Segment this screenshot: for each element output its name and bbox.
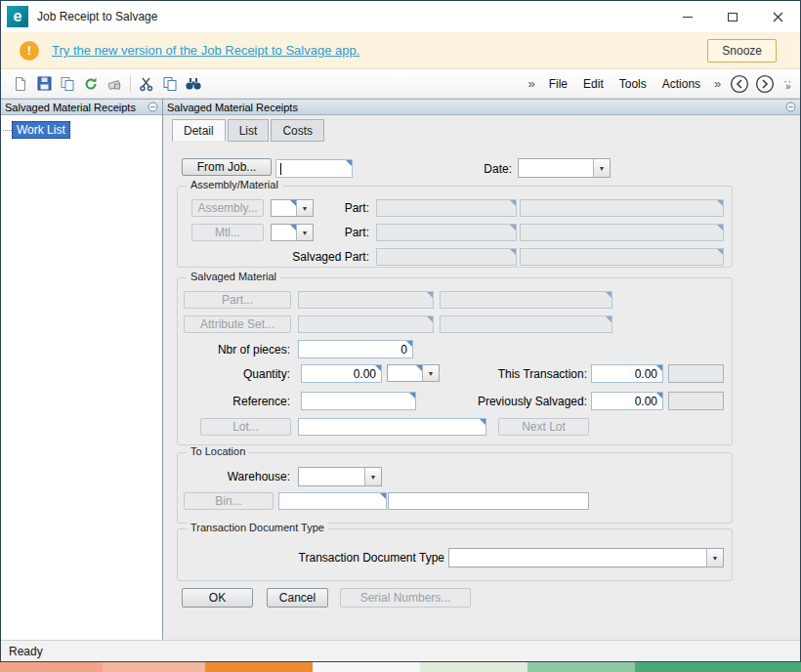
- assembly-button: Assembly...: [191, 199, 264, 217]
- forward-button[interactable]: [754, 73, 776, 95]
- transaction-document-type-label: Transaction Document Type: [280, 548, 444, 567]
- reference-field[interactable]: [301, 392, 416, 410]
- save-icon: [37, 76, 52, 91]
- mtl-button: Mtl...: [191, 224, 264, 241]
- toolbar-separator: [130, 75, 131, 93]
- back-button[interactable]: [729, 73, 750, 95]
- maximize-button[interactable]: [710, 1, 755, 32]
- this-transaction-field[interactable]: 0.00: [591, 364, 663, 383]
- window-body: Salvaged Material Receipts Work List Sal…: [1, 99, 800, 640]
- assembly-material-group-label: Assembly/Material: [187, 179, 282, 190]
- part-button: Part...: [184, 291, 291, 309]
- panel-pin-icon[interactable]: [785, 102, 796, 112]
- quantity-uom-combo[interactable]: ▼: [387, 364, 440, 382]
- main-panel-header: Salvaged Material Receipts: [163, 99, 800, 115]
- reference-label: Reference:: [188, 392, 290, 411]
- detail-sheet: Detail List Costs From Job... Date: ▼: [163, 115, 800, 640]
- forward-arrow-icon: [755, 74, 775, 94]
- toolbar-overflow-left[interactable]: »: [522, 76, 540, 91]
- screen: e Job Receipt to Salvage ! Try the new v…: [0, 0, 801, 672]
- desktop-strip-segment: [635, 662, 801, 672]
- tree-view: Work List: [1, 115, 162, 640]
- main-panel: Salvaged Material Receipts Detail List C…: [163, 99, 800, 640]
- previously-salvaged-field[interactable]: 0.00: [591, 392, 663, 410]
- tree-item-work-list[interactable]: Work List: [1, 121, 162, 139]
- to-location-group-label: To Location: [187, 445, 249, 457]
- dropdown-arrow-icon: ▼: [364, 468, 381, 485]
- nbr-of-pieces-field[interactable]: 0: [298, 340, 413, 358]
- close-button[interactable]: [755, 1, 800, 32]
- refresh-button[interactable]: [79, 72, 103, 96]
- desktop-strip-segment: [420, 662, 527, 672]
- from-job-button[interactable]: From Job...: [182, 158, 272, 176]
- dropdown-arrow-icon: ▼: [706, 549, 723, 567]
- titlebar: e Job Receipt to Salvage: [1, 1, 800, 32]
- status-text: Ready: [9, 645, 43, 658]
- toolbar-overflow-right[interactable]: ·· »: [778, 79, 792, 89]
- desktop-strip-segment: [103, 662, 205, 672]
- part-desc-field: [440, 291, 612, 309]
- date-value: [519, 159, 593, 177]
- duplicate-button[interactable]: [56, 72, 79, 96]
- panel-pin-icon[interactable]: [148, 102, 158, 112]
- salvaged-part-label: Salvaged Part:: [271, 247, 369, 267]
- mtl-seq-combo[interactable]: ▼: [271, 224, 314, 241]
- part-field: [298, 291, 434, 309]
- clear-button[interactable]: [103, 72, 126, 96]
- previously-salvaged-label: Previously Salvaged:: [461, 392, 587, 411]
- from-job-input[interactable]: [275, 159, 353, 178]
- assembly-seq-value: [272, 200, 296, 216]
- menu-actions[interactable]: Actions: [654, 74, 708, 94]
- mtl-part-field: [376, 224, 517, 241]
- lot-field[interactable]: [298, 418, 486, 436]
- cut-button[interactable]: [135, 72, 158, 96]
- dropdown-arrow-icon: ▼: [296, 225, 313, 240]
- tree-panel-title: Salvaged Material Receipts: [5, 102, 136, 113]
- quantity-field[interactable]: 0.00: [301, 364, 382, 383]
- status-bar: Ready: [1, 640, 800, 661]
- back-arrow-icon: [730, 74, 749, 94]
- menu-tools[interactable]: Tools: [611, 74, 654, 94]
- mtl-seq-value: [272, 225, 296, 240]
- new-version-link[interactable]: Try the new version of the Job Receipt t…: [52, 43, 359, 58]
- transaction-document-type-combo[interactable]: ▼: [448, 548, 724, 567]
- scissors-icon: [139, 76, 154, 92]
- warehouse-label: Warehouse:: [192, 467, 290, 486]
- warehouse-combo[interactable]: ▼: [298, 467, 382, 486]
- attribute-set-button: Attribute Set...: [184, 315, 291, 333]
- new-button[interactable]: [9, 72, 32, 96]
- menu-file[interactable]: File: [541, 74, 575, 94]
- mtl-part-desc-field: [520, 224, 724, 241]
- notification-banner: ! Try the new version of the Job Receipt…: [1, 32, 800, 69]
- menu-edit[interactable]: Edit: [575, 74, 611, 94]
- toolbar-overflow-menu[interactable]: »: [708, 76, 727, 91]
- tab-detail[interactable]: Detail: [172, 119, 226, 142]
- lot-button: Lot...: [200, 418, 291, 436]
- this-transaction-label: This Transaction:: [485, 364, 587, 384]
- new-document-icon: [13, 76, 28, 92]
- maximize-icon: [728, 13, 738, 21]
- attribute-set-field: [298, 315, 434, 333]
- dropdown-arrow-icon: ▼: [422, 365, 439, 381]
- copy-button[interactable]: [158, 72, 182, 96]
- tab-strip: Detail List Costs: [172, 119, 326, 142]
- dropdown-arrow-icon: ▼: [593, 159, 610, 177]
- ok-button[interactable]: OK: [182, 588, 253, 608]
- bin-field[interactable]: [278, 492, 387, 510]
- serial-numbers-button: Serial Numbers...: [340, 588, 471, 608]
- find-button[interactable]: [182, 72, 205, 96]
- alert-icon: !: [20, 41, 39, 61]
- date-combo[interactable]: ▼: [518, 158, 611, 178]
- cancel-button[interactable]: Cancel: [267, 588, 328, 608]
- tree-branch-icon: [3, 130, 12, 131]
- epicor-logo-icon: e: [7, 6, 28, 27]
- tab-costs[interactable]: Costs: [271, 119, 324, 142]
- assembly-seq-combo[interactable]: ▼: [271, 199, 314, 217]
- snooze-button[interactable]: Snooze: [707, 39, 777, 63]
- desktop-strip-segment: [313, 662, 420, 672]
- bin-desc-field[interactable]: [388, 492, 589, 510]
- tree-panel-header: Salvaged Material Receipts: [1, 99, 162, 115]
- minimize-button[interactable]: [665, 1, 710, 32]
- tab-list[interactable]: List: [228, 119, 270, 142]
- save-button[interactable]: [32, 72, 56, 96]
